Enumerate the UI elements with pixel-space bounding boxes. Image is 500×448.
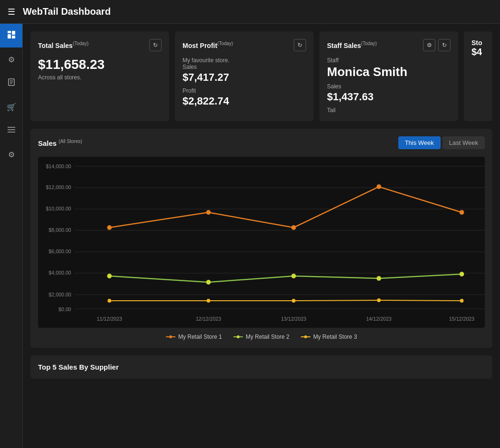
extra-card-title: Sto [471, 39, 485, 47]
sidebar-item-list[interactable] [0, 119, 22, 143]
svg-point-41 [460, 272, 464, 276]
total-sales-refresh-btn[interactable]: ↻ [149, 39, 162, 51]
legend-store-1: My Retail Store 1 [166, 334, 222, 340]
most-profit-profit-label: Profit [183, 87, 306, 94]
chart-header: Sales (All Stores) This Week Last Week [38, 136, 485, 149]
main-content: Total Sales(Today) ↻ $11,658.23 Across a… [23, 24, 500, 448]
sidebar-item-settings[interactable]: ⚙ [0, 48, 22, 71]
svg-text:11/12/2023: 11/12/2023 [97, 316, 122, 322]
svg-text:$6,000.00: $6,000.00 [48, 248, 71, 254]
chart-legend: My Retail Store 1 My Retail Store 2 My R… [38, 334, 485, 340]
staff-store-sub: Tail [327, 107, 451, 114]
staff-sales-value: $1,437.63 [327, 91, 451, 103]
svg-rect-0 [8, 31, 11, 33]
svg-text:15/12/2023: 15/12/2023 [449, 316, 474, 322]
cart-icon: 🛒 [7, 103, 16, 112]
svg-point-45 [377, 298, 381, 302]
menu-icon[interactable]: ☰ [8, 7, 15, 17]
card-header-staff-sales: Staff Sales(Today) ⚙ ↻ [327, 39, 451, 51]
svg-point-37 [107, 274, 112, 278]
most-profit-store: My favourite store. [183, 57, 306, 64]
svg-point-46 [460, 299, 464, 303]
most-profit-profit-value: $2,822.74 [183, 95, 306, 107]
staff-sales-card: Staff Sales(Today) ⚙ ↻ Staff Monica Smit… [319, 31, 458, 121]
svg-point-52 [304, 335, 307, 338]
chart-container: $0.00 $2,000.00 $4,000.00 $6,000.00 $8,0… [38, 157, 485, 328]
svg-point-50 [237, 335, 240, 338]
list-icon [8, 126, 15, 135]
chart-buttons: This Week Last Week [398, 136, 485, 149]
svg-point-43 [207, 299, 211, 303]
most-profit-icons: ↻ [294, 39, 306, 51]
layout: ⚙ 🛒 ⚙ [0, 24, 500, 448]
svg-point-44 [292, 299, 296, 303]
svg-point-33 [206, 210, 211, 215]
chart-svg: $0.00 $2,000.00 $4,000.00 $6,000.00 $8,0… [38, 157, 485, 328]
most-profit-title: Most Profit(Today) [183, 41, 233, 49]
total-sales-sub: Across all stores. [38, 74, 162, 81]
total-sales-card: Total Sales(Today) ↻ $11,658.23 Across a… [30, 31, 169, 121]
extra-card: Sto $4 [464, 31, 492, 121]
legend-line-store3 [301, 334, 310, 339]
svg-point-42 [107, 299, 111, 303]
svg-rect-2 [8, 34, 11, 38]
staff-label: Staff [327, 57, 451, 64]
svg-text:$0.00: $0.00 [58, 306, 71, 312]
bottom-title: Top 5 Sales By Supplier [38, 363, 485, 371]
reports-icon [8, 78, 15, 88]
sidebar: ⚙ 🛒 ⚙ [0, 24, 23, 448]
most-profit-refresh-btn[interactable]: ↻ [294, 39, 306, 51]
total-sales-value: $11,658.23 [38, 57, 162, 72]
most-profit-sales-value: $7,417.27 [183, 71, 306, 84]
staff-name: Monica Smith [327, 65, 451, 79]
svg-text:$14,000.00: $14,000.00 [46, 163, 71, 169]
bottom-section: Top 5 Sales By Supplier [30, 355, 492, 379]
svg-point-35 [376, 184, 381, 189]
staff-sales-title: Staff Sales(Today) [327, 41, 377, 49]
settings-icon: ⚙ [8, 55, 15, 64]
legend-line-store1 [166, 334, 175, 339]
sidebar-item-dashboard[interactable] [0, 24, 22, 48]
sidebar-item-reports[interactable] [0, 71, 22, 95]
legend-label-store1: My Retail Store 1 [178, 334, 222, 340]
legend-store-3: My Retail Store 3 [301, 334, 357, 340]
last-week-btn[interactable]: Last Week [442, 136, 485, 149]
topbar: ☰ WebTail Dashboard [0, 0, 500, 24]
legend-line-store2 [233, 334, 243, 339]
legend-label-store2: My Retail Store 2 [246, 334, 289, 340]
app-title: WebTail Dashboard [23, 6, 111, 17]
svg-point-38 [206, 280, 211, 285]
sidebar-item-plugins[interactable]: ⚙ [0, 143, 22, 166]
sidebar-item-cart[interactable]: 🛒 [0, 95, 22, 119]
staff-sales-settings-btn[interactable]: ⚙ [423, 39, 435, 51]
cards-row: Total Sales(Today) ↻ $11,658.23 Across a… [30, 31, 492, 121]
legend-store-2: My Retail Store 2 [233, 334, 289, 340]
staff-sales-label: Sales [327, 83, 451, 90]
staff-sales-refresh-btn[interactable]: ↻ [438, 39, 451, 51]
dashboard-icon [7, 30, 16, 41]
svg-point-32 [107, 225, 112, 230]
staff-sales-icons: ⚙ ↻ [423, 39, 451, 51]
most-profit-card: Most Profit(Today) ↻ My favourite store.… [175, 31, 314, 121]
svg-point-48 [169, 335, 172, 338]
svg-point-40 [376, 276, 381, 281]
legend-label-store3: My Retail Store 3 [313, 334, 357, 340]
svg-point-34 [291, 225, 296, 230]
svg-rect-1 [12, 31, 15, 35]
card-header-total-sales: Total Sales(Today) ↻ [38, 39, 162, 51]
total-sales-icons: ↻ [149, 39, 162, 51]
svg-text:$10,000.00: $10,000.00 [46, 206, 71, 211]
extra-card-value: $4 [471, 47, 485, 57]
plugins-icon: ⚙ [8, 150, 15, 159]
chart-title: Sales (All Stores) [38, 139, 82, 147]
svg-text:$4,000.00: $4,000.00 [48, 270, 71, 276]
svg-point-39 [291, 274, 296, 278]
total-sales-title: Total Sales(Today) [38, 41, 88, 49]
svg-text:$12,000.00: $12,000.00 [46, 184, 71, 190]
svg-text:12/12/2023: 12/12/2023 [196, 316, 221, 322]
svg-text:13/12/2023: 13/12/2023 [281, 316, 306, 322]
card-header-most-profit: Most Profit(Today) ↻ [183, 39, 306, 51]
this-week-btn[interactable]: This Week [398, 136, 441, 149]
most-profit-sales-label: Sales [183, 64, 306, 70]
svg-text:$8,000.00: $8,000.00 [48, 227, 71, 233]
